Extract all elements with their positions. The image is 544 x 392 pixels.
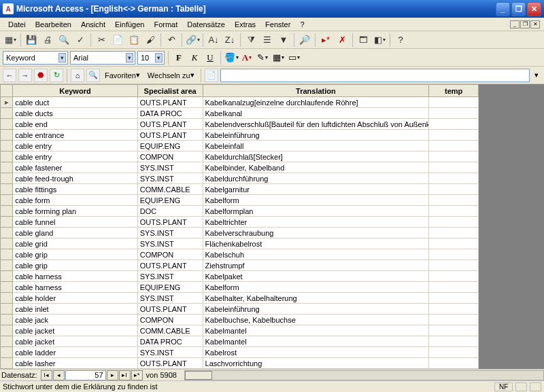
cell-temp[interactable]: [429, 271, 479, 282]
table-row[interactable]: cable fastenerSYS.INSTKabelbinder, Kabel…: [1, 162, 479, 173]
horizontal-scrollbar[interactable]: [184, 370, 544, 380]
minimize-button[interactable]: _: [496, 2, 510, 16]
row-selector[interactable]: [1, 315, 13, 325]
col-specialist[interactable]: Specialist area: [137, 85, 203, 97]
cell-translation[interactable]: Kabeleinfall: [203, 141, 429, 152]
table-row[interactable]: cable harnessSYS.INSTKabelpaket: [1, 271, 479, 282]
menu-bearbeiten[interactable]: Bearbeiten: [31, 19, 75, 30]
table-row[interactable]: cable harnessEQUIP.ENGKabelform: [1, 282, 479, 293]
cell-keyword[interactable]: cable gland: [13, 228, 138, 238]
cell-translation[interactable]: Laschvorrichtung: [203, 358, 429, 369]
cell-keyword[interactable]: cable funnel: [13, 217, 138, 228]
cell-specialist[interactable]: OUTS.PLANT: [137, 97, 203, 108]
table-row[interactable]: cable jacketCOMM.CABLEKabelmantel: [1, 325, 479, 336]
save-button[interactable]: 💾: [24, 33, 39, 48]
fontcolor-button[interactable]: A: [240, 51, 254, 65]
cell-translation[interactable]: Kabelkanal: [203, 108, 429, 119]
cell-specialist[interactable]: OUTS.PLANT: [137, 358, 203, 369]
table-row[interactable]: cable entryEQUIP.ENGKabeleinfall: [1, 141, 479, 152]
sort-asc-button[interactable]: A↓: [206, 33, 221, 48]
last-record-button[interactable]: ▸I: [119, 370, 131, 380]
cell-specialist[interactable]: COMM.CABLE: [137, 325, 203, 336]
table-row[interactable]: ▸cable ductOUTS.PLANTKabelkanalzug[einze…: [1, 97, 479, 108]
table-row[interactable]: cable jacketDATA PROCKabelmantel: [1, 336, 479, 347]
cell-keyword[interactable]: cable lasher: [13, 358, 138, 369]
cell-temp[interactable]: [429, 238, 479, 249]
forward-button[interactable]: →: [18, 69, 32, 82]
gridlines-button[interactable]: ▦: [271, 51, 285, 65]
table-row[interactable]: cable entryCOMPONKabeldurchlaß[Stecker]: [1, 152, 479, 162]
address-input[interactable]: [220, 69, 530, 82]
cell-translation[interactable]: Kabelrost: [203, 347, 429, 358]
sort-desc-button[interactable]: Z↓: [222, 33, 237, 48]
cell-specialist[interactable]: EQUIP.ENG: [137, 282, 203, 293]
cell-specialist[interactable]: OUTS.PLANT: [137, 304, 203, 315]
cell-keyword[interactable]: cable grip: [13, 249, 138, 260]
menu-help[interactable]: ?: [296, 19, 308, 30]
row-selector[interactable]: [1, 238, 13, 249]
cell-specialist[interactable]: EQUIP.ENG: [137, 141, 203, 152]
cell-keyword[interactable]: cable inlet: [13, 304, 138, 315]
col-temp[interactable]: temp: [429, 85, 479, 97]
row-selector[interactable]: [1, 358, 13, 369]
effect-button[interactable]: ▭: [287, 51, 301, 65]
cell-temp[interactable]: [429, 97, 479, 108]
mdi-close[interactable]: ✕: [530, 20, 540, 29]
address-dropdown[interactable]: ▾: [532, 71, 541, 79]
cell-keyword[interactable]: cable forming plan: [13, 206, 138, 217]
cell-translation[interactable]: Kabelform: [203, 195, 429, 206]
table-row[interactable]: cable inletOUTS.PLANTKabeleinführung: [1, 304, 479, 315]
table-row[interactable]: cable fittingsCOMM.CABLEKabelgarnitur: [1, 184, 479, 195]
cell-keyword[interactable]: cable end: [13, 119, 138, 130]
cut-button[interactable]: ✂: [94, 33, 109, 48]
cell-temp[interactable]: [429, 206, 479, 217]
row-selector[interactable]: [1, 228, 13, 238]
cell-specialist[interactable]: COMPON: [137, 315, 203, 325]
new-record-nav-button[interactable]: ▸*: [131, 370, 143, 380]
row-selector[interactable]: [1, 130, 13, 141]
cell-temp[interactable]: [429, 358, 479, 369]
apply-filter-button[interactable]: ▼: [276, 33, 291, 48]
row-selector[interactable]: [1, 282, 13, 293]
cell-translation[interactable]: Kabelschuh: [203, 249, 429, 260]
cell-specialist[interactable]: SYS.INST: [137, 271, 203, 282]
menu-fenster[interactable]: Fenster: [261, 19, 294, 30]
cell-translation[interactable]: Kabelbuchse, Kabelbuchse: [203, 315, 429, 325]
row-selector[interactable]: [1, 184, 13, 195]
table-row[interactable]: cable funnelOUTS.PLANTKabeltrichter: [1, 217, 479, 228]
table-row[interactable]: cable ladderSYS.INSTKabelrost: [1, 347, 479, 358]
row-selector[interactable]: [1, 217, 13, 228]
filter-form-button[interactable]: ☰: [260, 33, 275, 48]
cell-keyword[interactable]: cable fastener: [13, 162, 138, 173]
cell-temp[interactable]: [429, 173, 479, 184]
cell-keyword[interactable]: cable feed-trough: [13, 173, 138, 184]
print-button[interactable]: 🖨: [40, 33, 55, 48]
cell-translation[interactable]: Kabeldurchführung: [203, 173, 429, 184]
stop-button[interactable]: ⬣: [34, 69, 48, 82]
print-preview-button[interactable]: 🔍: [56, 33, 71, 48]
row-selector[interactable]: [1, 173, 13, 184]
table-row[interactable]: cable feed-troughSYS.INSTKabeldurchführu…: [1, 173, 479, 184]
table-row[interactable]: cable lasherOUTS.PLANTLaschvorrichtung: [1, 358, 479, 369]
cell-temp[interactable]: [429, 162, 479, 173]
cell-translation[interactable]: Kabelkanalzug[einzelne durchlaufende Röh…: [203, 97, 429, 108]
cell-translation[interactable]: Flächenkabelrost: [203, 238, 429, 249]
cell-keyword[interactable]: cable jacket: [13, 336, 138, 347]
bold-button[interactable]: F: [172, 51, 186, 65]
style-combo[interactable]: Keyword: [3, 51, 68, 65]
cell-keyword[interactable]: cable jack: [13, 315, 138, 325]
cell-temp[interactable]: [429, 282, 479, 293]
cell-temp[interactable]: [429, 347, 479, 358]
cell-translation[interactable]: Kabelendverschluß[Bauteil für den luftdi…: [203, 119, 429, 130]
cell-translation[interactable]: Kabeldurchlaß[Stecker]: [203, 152, 429, 162]
cell-specialist[interactable]: SYS.INST: [137, 293, 203, 304]
spellcheck-button[interactable]: ✓: [73, 33, 88, 48]
cell-translation[interactable]: Kabelbinder, Kabelband: [203, 162, 429, 173]
row-selector[interactable]: [1, 260, 13, 271]
cell-temp[interactable]: [429, 304, 479, 315]
back-button[interactable]: ←: [3, 69, 16, 82]
cell-keyword[interactable]: cable holder: [13, 293, 138, 304]
cell-keyword[interactable]: cable ducts: [13, 108, 138, 119]
table-row[interactable]: cable jackCOMPONKabelbuchse, Kabelbuchse: [1, 315, 479, 325]
cell-specialist[interactable]: DATA PROC: [137, 336, 203, 347]
